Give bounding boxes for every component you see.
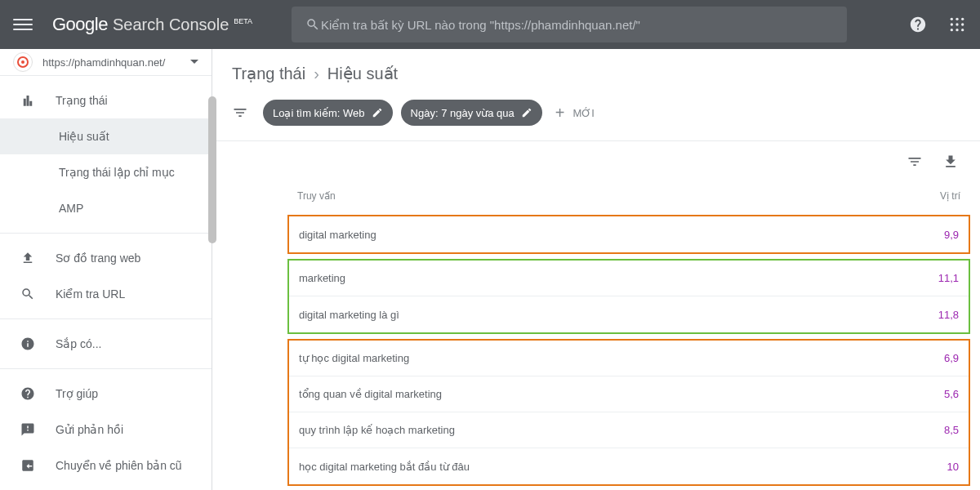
- filter-rows-icon[interactable]: [905, 152, 924, 172]
- sidebar-item-label: Trạng thái lập chỉ mục: [59, 166, 175, 179]
- property-selector[interactable]: https://phamdinhquan.net/: [0, 49, 212, 76]
- cell-query: tự học digital marketing: [299, 352, 910, 364]
- cell-query: quy trình lập kế hoạch marketing: [299, 424, 910, 436]
- cell-position: 11,8: [910, 309, 959, 321]
- exit-icon: [20, 457, 36, 474]
- sidebar-scrollbar[interactable]: [208, 96, 216, 243]
- add-filter-label: MỚI: [573, 107, 595, 119]
- queries-card: Truy vấn Vị trí digital marketing 9,9 ma…: [278, 141, 980, 486]
- table-row[interactable]: học digital marketing bắt đầu từ đâu 10: [289, 448, 969, 484]
- svg-point-0: [951, 18, 953, 20]
- app-header: Google Search Console BETA: [0, 0, 980, 49]
- help-icon: [20, 385, 36, 402]
- svg-point-5: [961, 23, 964, 25]
- chevron-right-icon: ›: [314, 65, 319, 83]
- breadcrumb-root[interactable]: Trạng thái: [232, 64, 305, 83]
- table-row[interactable]: quy trình lập kế hoạch marketing 8,5: [289, 412, 969, 448]
- svg-point-8: [961, 29, 964, 31]
- svg-point-7: [956, 29, 958, 31]
- search-box[interactable]: [292, 7, 847, 42]
- sidebar: https://phamdinhquan.net/ Trạng thái Hiệ…: [0, 49, 212, 490]
- pencil-icon: [372, 107, 383, 118]
- property-url: https://phamdinhquan.net/: [42, 56, 180, 69]
- cell-query: digital marketing: [299, 229, 910, 241]
- property-favicon: [13, 52, 33, 72]
- upload-icon: [20, 250, 36, 266]
- sidebar-item-index-status[interactable]: Trạng thái lập chỉ mục: [0, 154, 212, 190]
- table-row[interactable]: digital marketing 9,9: [289, 216, 969, 252]
- sidebar-item-label: Trạng thái: [56, 94, 108, 107]
- sidebar-item-label: Sơ đồ trang web: [56, 252, 140, 265]
- svg-point-3: [951, 23, 953, 25]
- logo-product: Search Console: [113, 16, 229, 34]
- sidebar-item-label: Chuyển về phiên bản cũ: [56, 459, 182, 472]
- filter-icon[interactable]: [232, 105, 248, 121]
- filter-bar: Loại tìm kiếm: Web Ngày: 7 ngày vừa qua …: [212, 93, 980, 141]
- sidebar-item-performance[interactable]: Hiệu suất: [0, 118, 212, 154]
- cell-position: 11,1: [910, 272, 959, 284]
- sidebar-item-status[interactable]: Trạng thái: [0, 82, 212, 118]
- pencil-icon: [521, 107, 532, 118]
- cell-position: 5,6: [910, 388, 959, 400]
- search-input[interactable]: [321, 18, 834, 32]
- beta-badge: BETA: [234, 17, 252, 25]
- chip-label: Loại tìm kiếm: Web: [273, 107, 365, 119]
- main-content: Trạng thái › Hiệu suất Loại tìm kiếm: We…: [212, 49, 980, 490]
- query-group-1: digital marketing 9,9: [287, 215, 970, 254]
- cell-query: digital marketing là gì: [299, 309, 910, 321]
- plus-icon: +: [555, 105, 565, 121]
- table-row[interactable]: marketing 11,1: [289, 261, 969, 296]
- chevron-down-icon: [190, 60, 198, 65]
- sidebar-item-feedback[interactable]: Gửi phản hồi: [0, 412, 212, 448]
- svg-point-10: [21, 60, 24, 64]
- logo: Google Search Console BETA: [52, 14, 252, 35]
- cell-query: tổng quan về digital marketing: [299, 388, 910, 400]
- search-icon: [305, 16, 321, 33]
- table-header: Truy vấn Vị trí: [278, 182, 980, 210]
- sidebar-item-label: AMP: [59, 202, 83, 215]
- column-header-position[interactable]: Vị trí: [911, 190, 960, 202]
- filter-chip-searchtype[interactable]: Loại tìm kiếm: Web: [263, 100, 393, 126]
- apps-icon[interactable]: [947, 15, 967, 34]
- sidebar-item-help[interactable]: Trợ giúp: [0, 376, 212, 412]
- download-icon[interactable]: [941, 152, 960, 172]
- sidebar-item-label: Sắp có...: [56, 337, 101, 350]
- sidebar-item-url-inspect[interactable]: Kiểm tra URL: [0, 276, 212, 312]
- info-icon: [20, 336, 36, 352]
- table-row[interactable]: tổng quan về digital marketing 5,6: [289, 376, 969, 412]
- sidebar-item-amp[interactable]: AMP: [0, 190, 212, 226]
- help-icon[interactable]: [908, 15, 928, 34]
- cell-position: 8,5: [910, 424, 959, 436]
- cell-query: marketing: [299, 272, 910, 284]
- svg-point-6: [951, 29, 953, 31]
- logo-google: Google: [52, 14, 108, 35]
- svg-point-2: [961, 18, 964, 20]
- breadcrumb: Trạng thái › Hiệu suất: [212, 49, 980, 93]
- add-filter-button[interactable]: + MỚI: [555, 105, 595, 121]
- cell-position: 10: [910, 461, 959, 473]
- bar-chart-icon: [20, 92, 36, 109]
- sidebar-item-label: Hiệu suất: [59, 130, 109, 143]
- sidebar-item-switch-version[interactable]: Chuyển về phiên bản cũ: [0, 448, 212, 483]
- feedback-icon: [20, 421, 36, 438]
- sidebar-item-label: Kiểm tra URL: [56, 287, 125, 301]
- sidebar-item-label: Trợ giúp: [56, 387, 98, 400]
- svg-point-4: [956, 23, 958, 25]
- cell-position: 6,9: [910, 352, 959, 364]
- cell-query: học digital marketing bắt đầu từ đâu: [299, 461, 910, 473]
- query-group-2: marketing 11,1 digital marketing là gì 1…: [287, 259, 970, 334]
- search-icon: [20, 286, 36, 302]
- column-header-query[interactable]: Truy vấn: [297, 190, 911, 202]
- cell-position: 9,9: [910, 229, 959, 241]
- chip-label: Ngày: 7 ngày vừa qua: [411, 107, 514, 119]
- sidebar-item-sitemap[interactable]: Sơ đồ trang web: [0, 240, 212, 276]
- table-row[interactable]: tự học digital marketing 6,9: [289, 341, 969, 376]
- menu-icon[interactable]: [13, 15, 33, 34]
- sidebar-item-label: Gửi phản hồi: [56, 423, 123, 436]
- svg-point-1: [956, 18, 958, 20]
- filter-chip-date[interactable]: Ngày: 7 ngày vừa qua: [401, 100, 542, 126]
- breadcrumb-current: Hiệu suất: [327, 64, 398, 83]
- sidebar-item-coming-soon[interactable]: Sắp có...: [0, 326, 212, 362]
- query-group-3: tự học digital marketing 6,9 tổng quan v…: [287, 339, 970, 486]
- table-row[interactable]: digital marketing là gì 11,8: [289, 296, 969, 332]
